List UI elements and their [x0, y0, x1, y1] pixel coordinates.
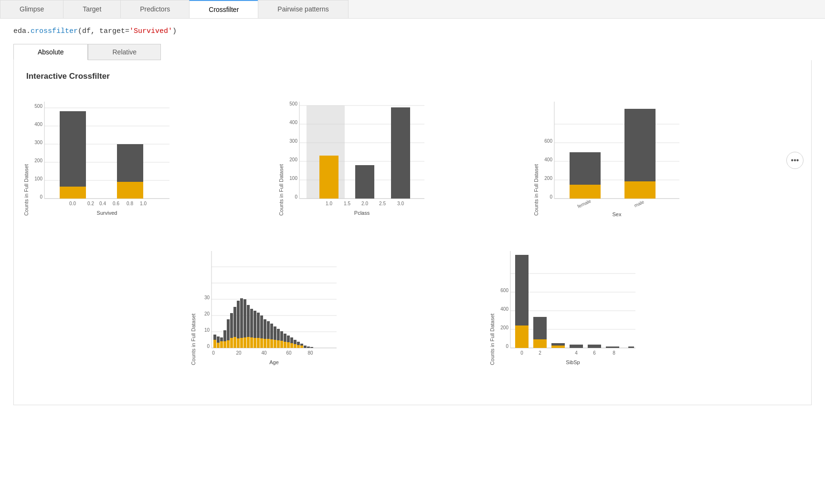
svg-rect-129: [287, 342, 290, 348]
svg-rect-15: [60, 111, 86, 199]
svg-text:0.4: 0.4: [99, 201, 106, 206]
svg-rect-91: [223, 341, 226, 348]
svg-text:100: 100: [289, 176, 297, 181]
svg-rect-105: [247, 337, 250, 348]
svg-text:SibSp: SibSp: [566, 359, 580, 365]
svg-rect-162: [533, 339, 547, 348]
chart-sex[interactable]: Counts in Full Dataset 0 200 400 600: [531, 94, 782, 230]
svg-rect-115: [264, 339, 266, 348]
svg-text:male: male: [633, 199, 645, 208]
tab-glimpse[interactable]: Glimpse: [0, 0, 63, 18]
svg-rect-93: [227, 340, 230, 348]
code-args-start: (df, target=: [78, 27, 129, 35]
tab-target[interactable]: Target: [63, 0, 121, 18]
svg-rect-131: [290, 343, 293, 348]
svg-text:2.0: 2.0: [361, 201, 368, 206]
chart-pclass[interactable]: Counts in Full Dataset 0 100 200 300 400…: [276, 94, 527, 230]
svg-text:6: 6: [593, 350, 596, 356]
svg-text:0.2: 0.2: [87, 201, 94, 206]
tab-pairwise[interactable]: Pairwise patterns: [258, 0, 348, 18]
svg-rect-137: [300, 346, 303, 348]
svg-text:0: 0: [550, 194, 552, 200]
code-prefix: eda.: [13, 27, 31, 35]
svg-text:10: 10: [204, 327, 210, 333]
svg-text:Counts in Full Dataset: Counts in Full Dataset: [23, 164, 29, 216]
svg-text:400: 400: [34, 122, 42, 127]
svg-text:300: 300: [34, 140, 42, 145]
tab-crossfilter[interactable]: Crossfilter: [189, 0, 258, 18]
chart-age[interactable]: Counts in Full Dataset 0 10 20 30: [189, 244, 483, 379]
svg-text:0: 0: [40, 194, 42, 200]
svg-text:0: 0: [506, 344, 508, 349]
svg-rect-123: [277, 340, 280, 348]
svg-text:100: 100: [34, 176, 42, 181]
svg-text:20: 20: [204, 311, 210, 316]
svg-rect-167: [606, 346, 619, 348]
svg-rect-87: [217, 343, 220, 348]
charts-row-2: Counts in Full Dataset 0 10 20 30: [21, 244, 804, 379]
chart-survived[interactable]: Counts in Full Dataset 0 100 200 300 400…: [21, 94, 272, 230]
svg-rect-164: [551, 346, 565, 348]
svg-text:1.0: 1.0: [326, 201, 332, 206]
svg-text:200: 200: [34, 158, 42, 163]
chart-sibsp[interactable]: Counts in Full Dataset 0 200 400 600: [487, 244, 782, 379]
charts-row-1: Counts in Full Dataset 0 100 200 300 400…: [21, 94, 804, 230]
svg-text:1.0: 1.0: [140, 201, 147, 206]
svg-text:20: 20: [236, 350, 242, 356]
svg-text:200: 200: [544, 176, 552, 181]
svg-text:8: 8: [613, 350, 615, 356]
svg-rect-16: [60, 187, 86, 199]
svg-text:500: 500: [34, 104, 42, 109]
svg-text:Age: Age: [269, 359, 279, 365]
svg-rect-101: [240, 338, 243, 348]
svg-rect-125: [280, 341, 283, 348]
svg-text:Counts in Full Dataset: Counts in Full Dataset: [533, 164, 539, 216]
code-args-end: ): [172, 27, 177, 35]
svg-rect-111: [257, 338, 260, 348]
svg-text:0: 0: [520, 350, 523, 356]
svg-text:80: 80: [307, 350, 313, 356]
svg-rect-168: [628, 346, 634, 348]
svg-rect-138: [304, 346, 307, 348]
svg-text:600: 600: [500, 288, 508, 293]
svg-text:500: 500: [289, 101, 297, 106]
svg-rect-67: [624, 181, 656, 199]
svg-rect-95: [230, 338, 233, 348]
svg-rect-117: [267, 339, 270, 348]
svg-rect-140: [310, 347, 313, 348]
svg-rect-166: [588, 345, 601, 348]
svg-text:Counts in Full Dataset: Counts in Full Dataset: [489, 314, 495, 365]
svg-text:0.0: 0.0: [69, 201, 76, 206]
tab-predictors[interactable]: Predictors: [120, 0, 190, 18]
svg-text:Survived: Survived: [97, 210, 117, 216]
svg-rect-99: [237, 338, 240, 348]
svg-rect-45: [391, 107, 410, 199]
svg-rect-160: [515, 326, 529, 348]
code-param: 'Survived': [129, 27, 172, 35]
svg-text:Counts in Full Dataset: Counts in Full Dataset: [278, 164, 284, 216]
subtab-absolute[interactable]: Absolute: [13, 44, 88, 60]
svg-text:40: 40: [261, 350, 267, 356]
svg-rect-85: [213, 340, 216, 348]
svg-text:600: 600: [544, 138, 552, 144]
svg-text:0.8: 0.8: [127, 201, 133, 206]
svg-text:Counts in Full Dataset: Counts in Full Dataset: [190, 314, 196, 365]
svg-rect-18: [117, 182, 143, 199]
svg-rect-103: [243, 337, 246, 348]
svg-text:400: 400: [544, 157, 552, 162]
subtab-relative[interactable]: Relative: [88, 44, 161, 60]
svg-rect-121: [274, 340, 276, 348]
svg-rect-44: [355, 165, 374, 199]
options-menu-button[interactable]: •••: [786, 152, 804, 169]
svg-rect-107: [250, 337, 253, 348]
svg-rect-43: [319, 156, 338, 199]
svg-text:4: 4: [575, 350, 578, 356]
svg-text:0: 0: [207, 344, 210, 349]
svg-rect-65: [570, 185, 601, 199]
subtabs: Absolute Relative: [13, 44, 812, 60]
svg-text:30: 30: [204, 295, 210, 300]
svg-text:300: 300: [289, 138, 297, 144]
svg-rect-109: [254, 338, 256, 348]
svg-rect-135: [297, 345, 300, 348]
svg-rect-113: [260, 338, 263, 348]
